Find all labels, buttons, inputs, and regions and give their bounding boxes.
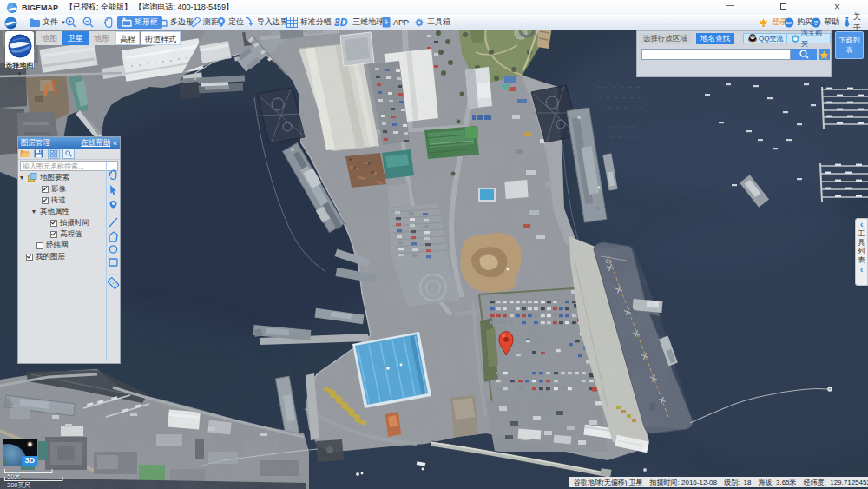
svg-text:50米: 50米: [7, 472, 21, 480]
svg-text:200英尺: 200英尺: [7, 481, 31, 488]
svg-text:?: ?: [814, 18, 819, 26]
svg-text:BUY: BUY: [786, 20, 793, 24]
